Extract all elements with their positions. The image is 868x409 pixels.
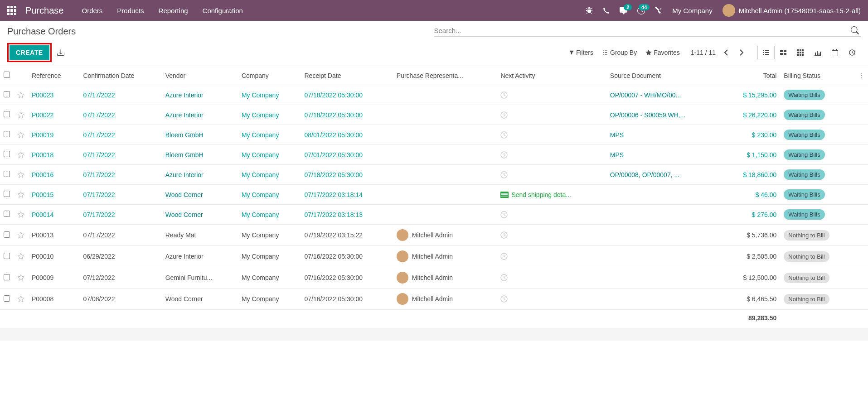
cell-receipt-date[interactable]: 07/01/2022 05:30:00 (301, 145, 393, 165)
row-checkbox[interactable] (4, 253, 10, 259)
table-row[interactable]: P00023 07/17/2022 Azure Interior My Comp… (0, 85, 868, 105)
col-reference[interactable]: Reference (28, 66, 79, 85)
cell-source-doc[interactable]: MPS (606, 125, 723, 145)
cell-company[interactable]: My Company (238, 225, 301, 246)
cell-receipt-date[interactable]: 07/16/2022 05:30:00 (301, 246, 393, 267)
pager-range[interactable]: 1-11 / 11 (691, 49, 716, 56)
app-brand[interactable]: Purchase (25, 5, 64, 16)
cell-source-doc[interactable] (606, 205, 723, 225)
cell-confirmation-date[interactable]: 07/17/2022 (79, 165, 161, 185)
star-icon[interactable] (14, 205, 28, 225)
cell-confirmation-date[interactable]: 07/08/2022 (79, 289, 161, 310)
filters-button[interactable]: Filters (569, 49, 593, 56)
cell-reference[interactable]: P00018 (28, 145, 79, 165)
star-icon[interactable] (14, 267, 28, 289)
cell-total[interactable]: $ 276.00 (723, 205, 781, 225)
create-button[interactable]: CREATE (10, 45, 49, 60)
messaging-icon[interactable]: 2 (620, 7, 627, 14)
col-source-doc[interactable]: Source Document (606, 66, 723, 85)
view-calendar-icon[interactable] (826, 46, 844, 59)
pager-next-icon[interactable] (737, 48, 747, 58)
cell-confirmation-date[interactable]: 07/17/2022 (79, 225, 161, 246)
cell-reference[interactable]: P00014 (28, 205, 79, 225)
cell-vendor[interactable]: Bloem GmbH (162, 145, 238, 165)
table-row[interactable]: P00019 07/17/2022 Bloem GmbH My Company … (0, 125, 868, 145)
cell-reference[interactable]: P00008 (28, 289, 79, 310)
cell-vendor[interactable]: Azure Interior (162, 246, 238, 267)
cell-total[interactable]: $ 46.00 (723, 185, 781, 205)
cell-receipt-date[interactable]: 07/16/2022 05:30:00 (301, 289, 393, 310)
table-row[interactable]: P00018 07/17/2022 Bloem GmbH My Company … (0, 145, 868, 165)
cell-vendor[interactable]: Gemini Furnitu... (162, 267, 238, 289)
star-icon[interactable] (14, 145, 28, 165)
cell-vendor[interactable]: Wood Corner (162, 185, 238, 205)
cell-company[interactable]: My Company (238, 165, 301, 185)
cell-source-doc[interactable]: OP/00007 - WH/MO/00... (606, 85, 723, 105)
cell-company[interactable]: My Company (238, 205, 301, 225)
row-checkbox[interactable] (4, 151, 10, 157)
col-company[interactable]: Company (238, 66, 301, 85)
table-row[interactable]: P00016 07/17/2022 Azure Interior My Comp… (0, 165, 868, 185)
company-switcher[interactable]: My Company (672, 7, 712, 14)
col-options-icon[interactable]: ⋮ (854, 66, 868, 85)
cell-source-doc[interactable]: MPS (606, 145, 723, 165)
cell-company[interactable]: My Company (238, 125, 301, 145)
row-checkbox[interactable] (4, 211, 10, 217)
table-row[interactable]: P00009 07/12/2022 Gemini Furnitu... My C… (0, 267, 868, 289)
activity-send[interactable]: Send shipping deta... (500, 191, 602, 198)
col-total[interactable]: Total (723, 66, 781, 85)
cell-total[interactable]: $ 15,295.00 (723, 85, 781, 105)
star-icon[interactable] (14, 225, 28, 246)
view-activity-icon[interactable] (844, 46, 861, 59)
clock-icon[interactable] (500, 111, 602, 119)
search-input[interactable] (434, 27, 849, 34)
cell-vendor[interactable]: Ready Mat (162, 225, 238, 246)
cell-total[interactable]: $ 1,150.00 (723, 145, 781, 165)
col-vendor[interactable]: Vendor (162, 66, 238, 85)
cell-total[interactable]: $ 26,220.00 (723, 105, 781, 125)
cell-company[interactable]: My Company (238, 246, 301, 267)
cell-vendor[interactable]: Wood Corner (162, 205, 238, 225)
row-checkbox[interactable] (4, 295, 10, 302)
cell-receipt-date[interactable]: 07/17/2022 03:18:14 (301, 185, 393, 205)
cell-source-doc[interactable] (606, 246, 723, 267)
cell-source-doc[interactable] (606, 225, 723, 246)
view-graph-icon[interactable] (809, 46, 826, 59)
cell-receipt-date[interactable]: 08/01/2022 05:30:00 (301, 125, 393, 145)
cell-total[interactable]: $ 18,860.00 (723, 165, 781, 185)
clock-icon[interactable] (500, 274, 602, 281)
activities-icon[interactable]: 44 (637, 7, 645, 14)
row-checkbox[interactable] (4, 274, 10, 280)
cell-confirmation-date[interactable]: 07/17/2022 (79, 185, 161, 205)
row-checkbox[interactable] (4, 191, 10, 197)
cell-company[interactable]: My Company (238, 145, 301, 165)
table-row[interactable]: P00013 07/17/2022 Ready Mat My Company 0… (0, 225, 868, 246)
clock-icon[interactable] (500, 151, 602, 159)
clock-icon[interactable] (500, 253, 602, 260)
view-kanban-icon[interactable] (775, 46, 792, 59)
view-pivot-icon[interactable] (792, 46, 809, 59)
table-row[interactable]: P00008 07/08/2022 Wood Corner My Company… (0, 289, 868, 310)
cell-receipt-date[interactable]: 07/16/2022 05:30:00 (301, 267, 393, 289)
col-next-activity[interactable]: Next Activity (497, 66, 606, 85)
star-icon[interactable] (14, 85, 28, 105)
cell-confirmation-date[interactable]: 06/29/2022 (79, 246, 161, 267)
cell-receipt-date[interactable]: 07/17/2022 03:18:13 (301, 205, 393, 225)
cell-receipt-date[interactable]: 07/19/2022 03:15:22 (301, 225, 393, 246)
cell-reference[interactable]: P00019 (28, 125, 79, 145)
pager-prev-icon[interactable] (721, 48, 731, 58)
col-billing-status[interactable]: Billing Status (780, 66, 854, 85)
cell-reference[interactable]: P00016 (28, 165, 79, 185)
cell-reference[interactable]: P00022 (28, 105, 79, 125)
cell-vendor[interactable]: Azure Interior (162, 105, 238, 125)
star-icon[interactable] (14, 125, 28, 145)
cell-vendor[interactable]: Azure Interior (162, 165, 238, 185)
tools-icon[interactable] (655, 7, 662, 14)
cell-confirmation-date[interactable]: 07/17/2022 (79, 205, 161, 225)
cell-total[interactable]: $ 12,500.00 (723, 267, 781, 289)
table-row[interactable]: P00015 07/17/2022 Wood Corner My Company… (0, 185, 868, 205)
menu-products[interactable]: Products (117, 7, 144, 14)
menu-orders[interactable]: Orders (82, 7, 103, 14)
row-checkbox[interactable] (4, 91, 10, 97)
select-all-checkbox[interactable] (4, 72, 10, 78)
